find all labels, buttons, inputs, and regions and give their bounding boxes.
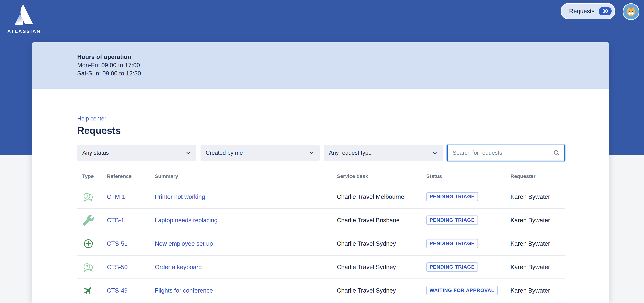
service-desk-cell: Charlie Travel Melbourne	[337, 193, 426, 200]
search-input[interactable]	[452, 150, 553, 156]
request-summary-link[interactable]: Printer not working	[155, 193, 337, 200]
requester-cell: Karen Bywater	[510, 193, 565, 200]
banner-line-weekend: Sat-Sun: 09:00 to 12:30	[77, 69, 609, 78]
table-row: ? CTS-50 Order a keyboard Charlie Travel…	[77, 255, 565, 279]
request-reference-link[interactable]: CTM-1	[107, 193, 155, 200]
status-badge: PENDING TRIAGE	[426, 215, 478, 225]
search-icon	[553, 149, 560, 157]
banner-line-weekdays: Mon-Fri: 09:00 to 17:00	[77, 61, 609, 69]
user-avatar[interactable]	[622, 3, 640, 20]
question-bubbles-icon: ?	[82, 191, 94, 203]
request-type-filter-value: Any request type	[329, 150, 372, 156]
svg-text:?: ?	[85, 264, 88, 269]
requests-button[interactable]: Requests 30	[560, 3, 615, 20]
service-desk-cell: Charlie Travel Sydney	[337, 287, 426, 294]
wrench-icon	[82, 214, 94, 226]
plus-circle-icon	[82, 238, 94, 250]
announcement-banner: Hours of operation Mon-Fri: 09:00 to 17:…	[32, 42, 609, 89]
status-badge: WAITING FOR APPROVAL	[426, 286, 498, 295]
requester-cell: Karen Bywater	[510, 264, 565, 270]
requests-count-badge: 30	[599, 7, 612, 15]
banner-title: Hours of operation	[77, 53, 609, 61]
table-row: CTS-51 New employee set up Charlie Trave…	[77, 232, 565, 255]
request-summary-link[interactable]: Laptop needs replacing	[155, 217, 337, 224]
request-summary-link[interactable]: Order a keyboard	[155, 264, 337, 270]
svg-text:?: ?	[85, 193, 88, 199]
column-header-requester: Requester	[510, 173, 565, 179]
status-badge: PENDING TRIAGE	[426, 192, 478, 202]
service-desk-cell: Charlie Travel Sydney	[337, 264, 426, 270]
column-header-type: Type	[77, 173, 107, 179]
status-filter-dropdown[interactable]: Any status	[77, 145, 196, 161]
request-reference-link[interactable]: CTB-1	[107, 217, 155, 224]
service-desk-cell: Charlie Travel Sydney	[337, 240, 426, 247]
status-badge: PENDING TRIAGE	[426, 262, 478, 272]
requests-table: Type Reference Summary Service desk Stat…	[77, 173, 565, 302]
page-title: Requests	[77, 125, 565, 136]
column-header-summary: Summary	[155, 173, 337, 179]
service-desk-cell: Charlie Travel Brisbane	[337, 217, 426, 224]
cat-avatar-icon	[625, 6, 637, 18]
question-bubbles-icon: ?	[82, 261, 94, 273]
breadcrumb-help-center[interactable]: Help center	[77, 115, 106, 122]
help-center-card: Hours of operation Mon-Fri: 09:00 to 17:…	[32, 42, 609, 303]
column-header-status: Status	[426, 173, 510, 179]
request-reference-link[interactable]: CTS-50	[107, 264, 155, 270]
request-summary-link[interactable]: New employee set up	[155, 240, 337, 247]
column-header-service-desk: Service desk	[337, 173, 426, 179]
chevron-down-icon	[309, 150, 314, 156]
table-row: CTS-49 Flights for conference Charlie Tr…	[77, 279, 565, 302]
request-type-filter-dropdown[interactable]: Any request type	[324, 145, 443, 161]
table-row: CTB-1 Laptop needs replacing Charlie Tra…	[77, 209, 565, 232]
request-reference-link[interactable]: CTS-51	[107, 240, 155, 247]
logo-wordmark: ATLASSIAN	[7, 29, 39, 34]
search-box	[447, 145, 565, 161]
creator-filter-dropdown[interactable]: Created by me	[200, 145, 320, 161]
status-filter-value: Any status	[82, 150, 109, 156]
table-header-row: Type Reference Summary Service desk Stat…	[77, 173, 565, 185]
table-row: ? CTM-1 Printer not working Charlie Trav…	[77, 185, 565, 209]
requester-cell: Karen Bywater	[510, 217, 565, 224]
request-summary-link[interactable]: Flights for conference	[155, 287, 337, 294]
status-badge: PENDING TRIAGE	[426, 239, 478, 248]
column-header-reference: Reference	[107, 173, 155, 179]
requester-cell: Karen Bywater	[510, 287, 565, 294]
atlassian-logo-icon	[10, 4, 36, 27]
airplane-icon	[82, 284, 94, 296]
requests-button-label: Requests	[569, 8, 594, 15]
request-reference-link[interactable]: CTS-49	[107, 287, 155, 294]
chevron-down-icon	[185, 150, 191, 156]
atlassian-logo[interactable]: ATLASSIAN	[7, 4, 39, 34]
requester-cell: Karen Bywater	[510, 240, 565, 247]
creator-filter-value: Created by me	[206, 150, 243, 156]
chevron-down-icon	[432, 150, 438, 156]
